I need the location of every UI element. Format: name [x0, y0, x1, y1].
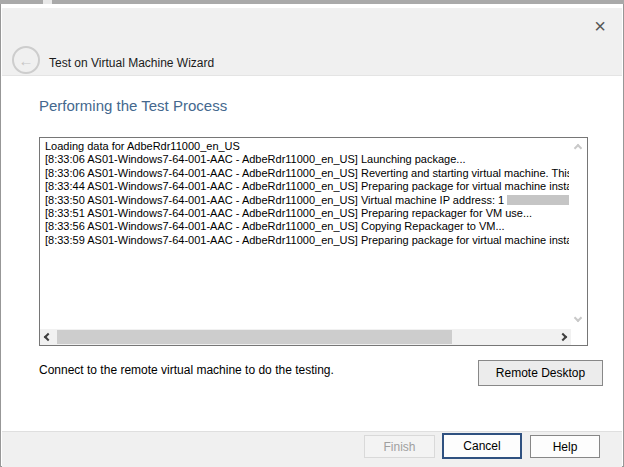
window-title: Test on Virtual Machine Wizard — [49, 56, 214, 70]
log-lines: Loading data for AdbeRdr11000_en_US [8:3… — [45, 140, 569, 327]
remote-desktop-button[interactable]: Remote Desktop — [478, 360, 603, 386]
log-line: [8:33:51 AS01-Windows7-64-001-AAC - Adbe… — [45, 207, 569, 220]
horizontal-scrollbar[interactable] — [40, 329, 571, 345]
scroll-up-icon[interactable] — [574, 144, 582, 152]
log-line: [8:33:06 AS01-Windows7-64-001-AAC - Adbe… — [45, 153, 569, 166]
back-arrow-icon: ← — [19, 52, 34, 69]
cancel-button[interactable]: Cancel — [442, 433, 522, 459]
title-bar: ← Test on Virtual Machine Wizard × — [2, 8, 622, 76]
horizontal-scrollbar-thumb[interactable] — [57, 330, 452, 344]
footer-button-bar — [2, 431, 622, 467]
log-line-ip: [8:33:50 AS01-Windows7-64-001-AAC - Adbe… — [45, 194, 569, 207]
close-button[interactable]: × — [586, 14, 614, 38]
dialog-frame: ← Test on Virtual Machine Wizard × Perfo… — [0, 4, 624, 467]
wizard-dialog: ← Test on Virtual Machine Wizard × Perfo… — [0, 0, 624, 467]
log-line: Loading data for AdbeRdr11000_en_US — [45, 140, 569, 153]
scroll-left-icon[interactable] — [44, 333, 52, 341]
back-button[interactable]: ← — [12, 46, 40, 74]
log-line: [8:33:44 AS01-Windows7-64-001-AAC - Adbe… — [45, 180, 569, 193]
page-title: Performing the Test Process — [39, 97, 227, 114]
log-line: [8:33:56 AS01-Windows7-64-001-AAC - Adbe… — [45, 220, 569, 233]
close-icon: × — [594, 16, 606, 36]
scroll-down-icon[interactable] — [574, 314, 582, 322]
scroll-right-icon[interactable] — [559, 333, 567, 341]
log-line: [8:33:06 AS01-Windows7-64-001-AAC - Adbe… — [45, 167, 569, 180]
help-button[interactable]: Help — [530, 435, 600, 458]
redacted-ip-value — [507, 195, 569, 205]
test-log-listbox[interactable]: Loading data for AdbeRdr11000_en_US [8:3… — [39, 137, 588, 346]
finish-button[interactable]: Finish — [364, 435, 435, 458]
instruction-text: Connect to the remote virtual machine to… — [39, 363, 334, 377]
log-line: [8:33:59 AS01-Windows7-64-001-AAC - Adbe… — [45, 234, 569, 247]
